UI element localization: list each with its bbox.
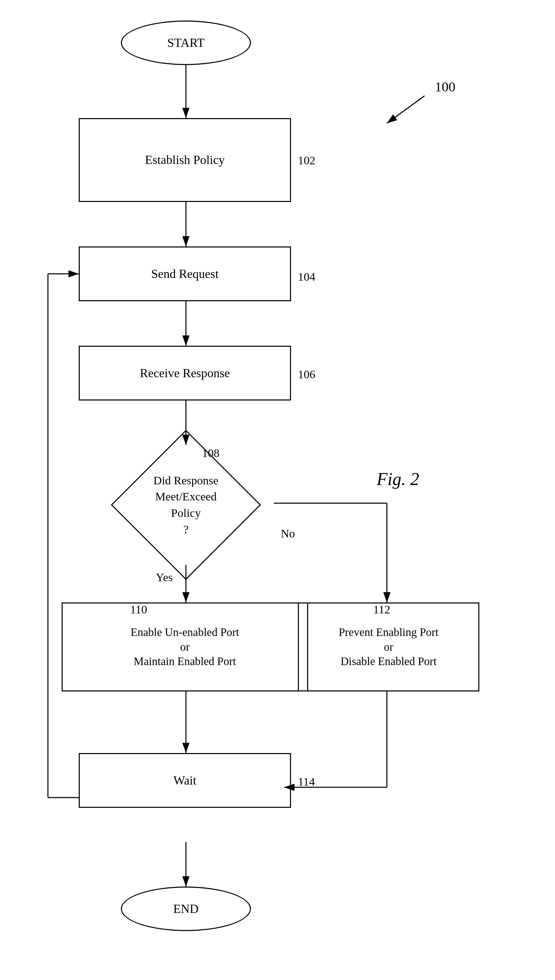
yes-label: Yes xyxy=(156,571,173,584)
end-node: END xyxy=(121,887,251,931)
receive-response-node: Receive Response xyxy=(79,346,291,400)
send-request-label: Send Request xyxy=(151,266,219,282)
ref-110: 110 xyxy=(130,603,147,616)
receive-response-label: Receive Response xyxy=(140,365,230,381)
figure-ref-100: 100 xyxy=(435,79,456,95)
end-label: END xyxy=(173,901,199,917)
establish-policy-node: Establish Policy xyxy=(79,118,291,202)
ref-106: 106 xyxy=(298,368,315,381)
enable-port-label: Enable Un-enabled PortorMaintain Enabled… xyxy=(130,625,239,669)
figure-label: Fig. 2 xyxy=(377,469,419,489)
no-label: No xyxy=(281,527,295,540)
ref-102: 102 xyxy=(298,154,315,167)
wait-node: Wait xyxy=(79,753,291,808)
start-node: START xyxy=(121,21,251,65)
decision-label: Did ResponseMeet/ExceedPolicy? xyxy=(153,472,218,537)
ref-114: 114 xyxy=(298,775,315,788)
decision-node: Did ResponseMeet/ExceedPolicy? xyxy=(97,445,275,565)
establish-policy-label: Establish Policy xyxy=(145,152,225,168)
svg-line-15 xyxy=(387,96,425,123)
ref-108: 108 xyxy=(202,447,220,460)
send-request-node: Send Request xyxy=(79,247,291,301)
enable-port-node: Enable Un-enabled PortorMaintain Enabled… xyxy=(62,602,308,692)
wait-label: Wait xyxy=(173,773,196,789)
ref-112: 112 xyxy=(373,603,390,616)
flowchart-diagram: START Establish Policy 102 Send Request … xyxy=(0,0,555,980)
prevent-port-label: Prevent Enabling PortorDisable Enabled P… xyxy=(338,625,438,669)
start-label: START xyxy=(167,35,205,51)
ref-104: 104 xyxy=(298,271,315,283)
